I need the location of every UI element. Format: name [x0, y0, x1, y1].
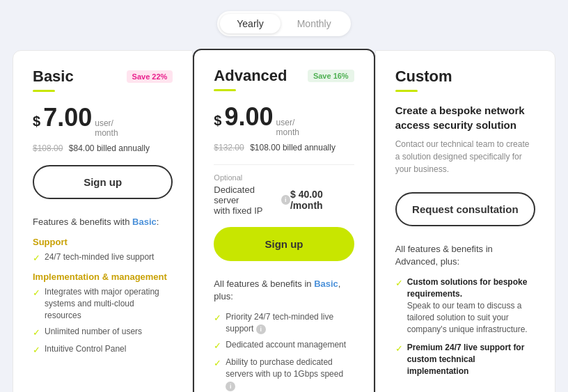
info-icon-2[interactable]: i [226, 382, 235, 391]
basic-feature-control-panel: ✓ Intuitive Control Panel [33, 343, 173, 356]
basic-price-period: user/month [95, 118, 118, 139]
advanced-optional-label: Optional [214, 173, 354, 182]
advanced-features-highlight: Basic [314, 279, 338, 289]
custom-bespoke-content: Custom solutions for bespoke requirement… [407, 276, 535, 335]
basic-underline [33, 90, 55, 92]
basic-price-annual: $84.00 billed annually [69, 143, 150, 153]
advanced-optional-text: Dedicated serverwith fixed IP i [214, 185, 290, 216]
custom-premium-content: Premium 24/7 live support for custom tec… [407, 342, 535, 377]
check-icon: ✓ [395, 343, 403, 355]
check-icon: ✓ [33, 252, 40, 265]
custom-subtitle: Contact our technical team to create a s… [395, 138, 535, 175]
custom-consultation-button[interactable]: Request consultation [395, 192, 535, 226]
advanced-price-period: user/month [276, 118, 299, 138]
custom-plan-card: Custom Create a bespoke network access s… [375, 50, 555, 392]
basic-support-title: Support [33, 237, 173, 247]
custom-features-title: All features & benefits in Advanced, plu… [395, 243, 535, 268]
check-icon: ✓ [33, 344, 40, 356]
custom-plan-name: Custom [395, 68, 452, 86]
basic-feature-unlimited-users: ✓ Unlimited number of users [33, 326, 173, 339]
check-icon: ✓ [214, 340, 221, 352]
monthly-toggle-btn[interactable]: Monthly [281, 14, 348, 33]
advanced-plan-card: Advanced Save 16% $ 9.00 user/month $132… [193, 49, 374, 392]
basic-unlimited-text: Unlimited number of users [45, 326, 142, 338]
basic-save-badge: Save 22% [127, 70, 173, 83]
basic-features-intro-text: Features & benefits with [33, 217, 132, 227]
info-icon[interactable]: i [256, 324, 266, 334]
custom-bespoke-bold: Custom solutions for bespoke requirement… [407, 277, 528, 299]
basic-price-row: $ 7.00 user/month [33, 103, 173, 139]
check-icon: ✓ [214, 357, 221, 370]
basic-plan-name: Basic [33, 68, 74, 86]
basic-impl-title: Implementation & management [33, 272, 173, 282]
plans-container: Basic Save 22% $ 7.00 user/month $108.00… [13, 50, 555, 392]
basic-features-colon: : [157, 217, 159, 227]
basic-plan-card: Basic Save 22% $ 7.00 user/month $108.00… [13, 50, 193, 392]
advanced-account-mgmt-text: Dedicated account management [226, 339, 346, 351]
basic-features-highlight: Basic [132, 217, 157, 227]
advanced-save-badge: Save 16% [308, 70, 354, 82]
custom-feature-bespoke: ✓ Custom solutions for bespoke requireme… [395, 276, 535, 335]
basic-price-original: $108.00 [33, 143, 63, 153]
basic-price-amount: 7.00 [43, 103, 92, 132]
advanced-price-row: $ 9.00 user/month [214, 102, 354, 138]
advanced-feature-priority: ✓ Priority 24/7 tech-minded live support… [214, 311, 354, 335]
custom-plan-header: Custom [395, 68, 535, 86]
custom-underline [395, 90, 418, 92]
basic-integrates-text: Integrates with major operating systems … [45, 286, 173, 321]
basic-feature-support: ✓ 24/7 tech-minded live support [33, 251, 173, 265]
yearly-toggle-btn[interactable]: Yearly [220, 14, 280, 33]
check-icon: ✓ [33, 287, 40, 299]
advanced-signup-button[interactable]: Sign up [214, 227, 354, 261]
custom-features-post: , plus: [435, 256, 459, 267]
advanced-plan-name: Advanced [214, 67, 287, 85]
advanced-dedicated-text: Ability to purchase dedicated servers wi… [226, 356, 354, 391]
advanced-optional-row: Dedicated serverwith fixed IP i $ 40.00 … [214, 185, 354, 216]
custom-features-pre: All features & benefits in [395, 244, 493, 254]
info-icon[interactable]: i [281, 195, 290, 205]
basic-control-panel-text: Intuitive Control Panel [45, 343, 126, 355]
advanced-divider [214, 164, 354, 165]
advanced-plan-header: Advanced Save 16% [214, 67, 354, 85]
billing-toggle: Yearly Monthly [217, 11, 350, 36]
basic-signup-button[interactable]: Sign up [33, 165, 173, 199]
advanced-priority-text: Priority 24/7 tech-minded live support i [226, 311, 354, 335]
advanced-price-original: $132.00 [214, 143, 244, 152]
custom-premium-bold: Premium 24/7 live support for custom tec… [407, 343, 525, 376]
advanced-feature-account-mgmt: ✓ Dedicated account management [214, 339, 354, 352]
custom-bespoke-text: Speak to our team to discuss a tailored … [407, 301, 528, 334]
basic-features-title: Features & benefits with Basic: [33, 216, 173, 228]
basic-price-billed-row: $108.00 $84.00 billed annually [33, 141, 173, 154]
advanced-feature-dedicated-servers: ✓ Ability to purchase dedicated servers … [214, 356, 354, 391]
custom-description: Create a bespoke network access security… [395, 103, 535, 132]
basic-price-dollar: $ [33, 113, 40, 130]
advanced-price-dollar: $ [214, 113, 221, 129]
custom-feature-premium-support: ✓ Premium 24/7 live support for custom t… [395, 342, 535, 377]
advanced-price-amount: 9.00 [224, 102, 273, 132]
check-icon: ✓ [214, 312, 221, 324]
basic-plan-header: Basic Save 22% [33, 68, 173, 86]
advanced-price-annual: $108.00 billed annually [250, 143, 336, 152]
advanced-features-title: All features & benefits in Basic, plus: [214, 278, 354, 303]
check-icon: ✓ [395, 277, 403, 290]
advanced-features-pre: All features & benefits in [214, 279, 314, 289]
advanced-optional-price: $ 40.00 /month [290, 189, 354, 211]
check-icon: ✓ [33, 327, 40, 339]
advanced-underline [214, 89, 236, 91]
advanced-price-billed-row: $132.00 $108.00 billed annually [214, 141, 354, 153]
basic-support-text: 24/7 tech-minded live support [45, 251, 154, 263]
basic-feature-integrates: ✓ Integrates with major operating system… [33, 286, 173, 321]
custom-features-highlight: Advanced [395, 256, 436, 267]
